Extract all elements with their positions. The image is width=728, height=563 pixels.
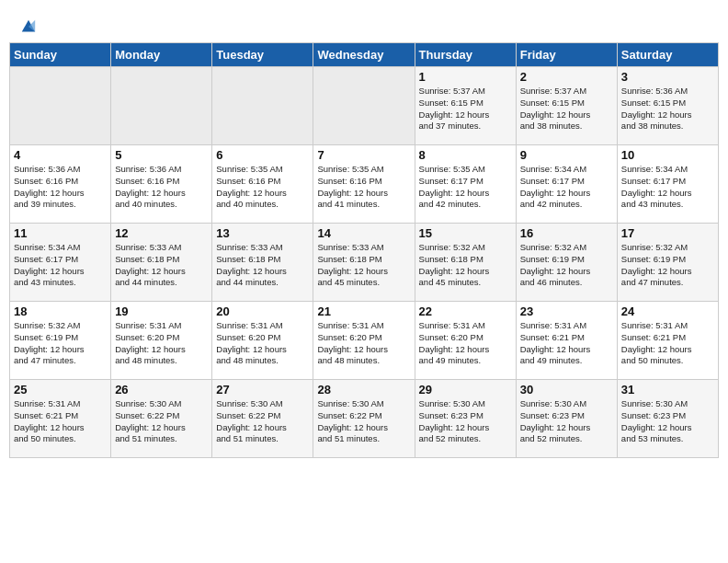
cell-line: Sunset: 6:19 PM [621,254,686,264]
weekday-header-thursday: Thursday [415,43,516,67]
cell-line: Sunset: 6:19 PM [520,254,585,264]
cell-line: Daylight: 12 hours [520,109,591,120]
calendar-cell: 26Sunrise: 5:30 AMSunset: 6:22 PMDayligh… [111,380,212,458]
cell-line: Daylight: 12 hours [317,188,388,198]
calendar-cell: 28Sunrise: 5:30 AMSunset: 6:22 PMDayligh… [313,380,415,458]
cell-line: and 51 minutes. [115,433,177,443]
cell-line: and 51 minutes. [317,433,380,443]
cell-line: and 47 minutes. [621,277,684,287]
cell-line: Daylight: 12 hours [115,266,186,276]
cell-line: Daylight: 12 hours [115,422,186,432]
cell-line: Sunrise: 5:32 AM [621,242,688,252]
cell-line: Daylight: 12 hours [621,266,692,276]
cell-line: and 37 minutes. [419,121,482,131]
weekday-header-sunday: Sunday [10,43,111,67]
cell-line: and 44 minutes. [216,277,279,287]
calendar-cell: 29Sunrise: 5:30 AMSunset: 6:23 PMDayligh… [415,380,516,458]
cell-line: Daylight: 12 hours [419,266,490,276]
cell-line: Sunset: 6:17 PM [14,254,78,264]
cell-line: Sunrise: 5:31 AM [14,398,80,408]
calendar-cell [313,67,415,145]
cell-info: Sunrise: 5:31 AMSunset: 6:20 PMDaylight:… [216,320,309,367]
cell-line: Sunset: 6:21 PM [520,332,585,342]
cell-line: Sunrise: 5:34 AM [520,164,586,174]
cell-line: Sunrise: 5:31 AM [520,320,586,330]
calendar-cell: 11Sunrise: 5:34 AMSunset: 6:17 PMDayligh… [10,224,111,302]
calendar-cell: 13Sunrise: 5:33 AMSunset: 6:18 PMDayligh… [212,224,313,302]
cell-line: Sunrise: 5:30 AM [520,398,586,408]
cell-line: Sunset: 6:18 PM [317,254,381,264]
cell-line: Daylight: 12 hours [520,188,591,198]
cell-line: Sunset: 6:23 PM [621,410,686,420]
cell-line: Sunrise: 5:33 AM [216,242,282,252]
cell-line: and 50 minutes. [621,355,684,365]
weekday-header-friday: Friday [516,43,617,67]
weekday-header-monday: Monday [111,43,212,67]
cell-line: Daylight: 12 hours [216,266,287,276]
cell-line: and 48 minutes. [317,355,380,365]
cell-line: Sunrise: 5:30 AM [621,398,688,408]
cell-line: Sunset: 6:16 PM [317,176,381,186]
cell-line: Sunrise: 5:37 AM [419,86,485,96]
cell-line: and 48 minutes. [115,355,177,365]
calendar-cell: 3Sunrise: 5:36 AMSunset: 6:15 PMDaylight… [617,67,718,145]
cell-line: Daylight: 12 hours [621,422,692,432]
day-number: 22 [419,304,512,318]
page-header [9,9,719,39]
cell-line: Sunrise: 5:35 AM [216,164,282,174]
cell-line: Sunrise: 5:31 AM [216,320,282,330]
day-number: 28 [317,383,410,396]
cell-line: Daylight: 12 hours [115,188,186,198]
cell-info: Sunrise: 5:35 AMSunset: 6:16 PMDaylight:… [317,164,410,211]
cell-line: Sunset: 6:20 PM [419,332,483,342]
cell-info: Sunrise: 5:34 AMSunset: 6:17 PMDaylight:… [520,164,613,211]
cell-line: Sunset: 6:19 PM [14,332,78,342]
cell-line: Daylight: 12 hours [621,188,692,198]
cell-info: Sunrise: 5:32 AMSunset: 6:19 PMDaylight:… [520,242,613,289]
calendar-cell: 20Sunrise: 5:31 AMSunset: 6:20 PMDayligh… [212,302,313,380]
cell-line: Daylight: 12 hours [115,344,186,354]
day-number: 23 [520,304,613,318]
cell-line: Sunrise: 5:30 AM [115,398,181,408]
calendar-cell: 16Sunrise: 5:32 AMSunset: 6:19 PMDayligh… [516,224,617,302]
cell-line: Sunset: 6:16 PM [115,176,179,186]
day-number: 16 [520,226,613,240]
cell-line: Sunset: 6:23 PM [419,410,483,420]
day-number: 10 [621,148,714,162]
cell-line: and 42 minutes. [419,199,482,209]
cell-info: Sunrise: 5:30 AMSunset: 6:23 PMDaylight:… [419,398,512,445]
day-number: 24 [621,304,714,318]
cell-line: Sunset: 6:15 PM [419,98,483,108]
day-number: 1 [419,70,512,84]
day-number: 21 [317,304,410,318]
cell-line: Sunrise: 5:32 AM [419,242,485,252]
calendar-cell: 9Sunrise: 5:34 AMSunset: 6:17 PMDaylight… [516,145,617,224]
cell-line: and 46 minutes. [520,277,583,287]
cell-line: and 51 minutes. [216,433,279,443]
cell-line: Sunrise: 5:36 AM [115,164,181,174]
calendar-cell: 27Sunrise: 5:30 AMSunset: 6:22 PMDayligh… [212,380,313,458]
day-number: 30 [520,383,613,396]
cell-info: Sunrise: 5:31 AMSunset: 6:20 PMDaylight:… [115,320,208,367]
cell-line: Sunset: 6:22 PM [317,410,381,420]
logo-icon [20,18,37,35]
calendar-cell: 5Sunrise: 5:36 AMSunset: 6:16 PMDaylight… [111,145,212,224]
cell-line: Sunrise: 5:35 AM [317,164,383,174]
day-number: 9 [520,148,613,162]
cell-line: Sunrise: 5:30 AM [317,398,383,408]
day-number: 18 [14,304,107,318]
cell-line: Daylight: 12 hours [216,344,287,354]
cell-line: and 43 minutes. [621,199,684,209]
day-number: 15 [419,226,512,240]
cell-line: Sunset: 6:18 PM [419,254,483,264]
cell-info: Sunrise: 5:33 AMSunset: 6:18 PMDaylight:… [216,242,309,289]
cell-line: Sunset: 6:23 PM [520,410,585,420]
day-number: 2 [520,70,613,84]
cell-line: and 40 minutes. [216,199,279,209]
day-number: 19 [115,304,208,318]
day-number: 4 [14,148,107,162]
day-number: 27 [216,383,309,396]
day-number: 8 [419,148,512,162]
cell-info: Sunrise: 5:35 AMSunset: 6:16 PMDaylight:… [216,164,309,211]
cell-info: Sunrise: 5:30 AMSunset: 6:23 PMDaylight:… [621,398,714,445]
